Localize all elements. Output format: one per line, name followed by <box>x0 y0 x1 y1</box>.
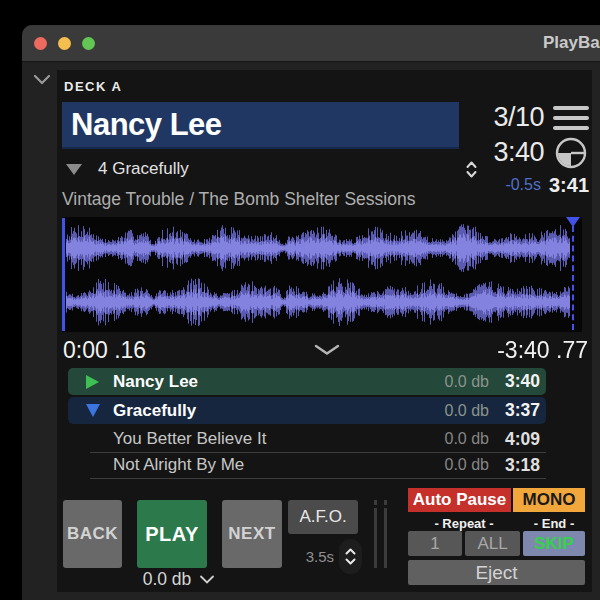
current-track-display: Nancy Lee <box>62 102 459 149</box>
row-title: You Better Believe It <box>113 429 266 449</box>
waveform-display[interactable] <box>62 217 582 332</box>
title-bar[interactable]: PlayBa <box>22 25 600 62</box>
time-row: 0:00 .16 -3:40 .77 <box>62 337 588 365</box>
end-skip-button[interactable]: SKIP <box>523 531 585 556</box>
traffic-lights <box>22 37 95 50</box>
level-meter-right <box>384 500 387 568</box>
deck-gain-value: 0.0 db <box>143 569 192 590</box>
track-position: 3/10 <box>493 102 544 133</box>
deck-label: DECK A <box>64 79 122 94</box>
level-meters <box>374 500 388 568</box>
playlist-row[interactable]: Gracefully 0.0 db 3:37 <box>68 397 546 424</box>
row-separator <box>90 478 546 479</box>
deck-collapse-chevron-icon[interactable] <box>32 72 52 86</box>
fade-time-stepper[interactable] <box>339 539 362 574</box>
row-gain: 0.0 db <box>445 430 489 448</box>
level-meter-left <box>374 500 377 568</box>
time-elapsed: 0:00 .16 <box>63 337 146 364</box>
playing-icon <box>85 374 101 390</box>
cued-icon <box>85 403 101 419</box>
repeat-one-button[interactable]: 1 <box>408 531 462 556</box>
end-marker-line <box>572 226 574 330</box>
track-duration: 3:40 <box>493 137 544 168</box>
row-gain: 0.0 db <box>445 402 489 420</box>
playlist-row[interactable]: You Better Believe It 0.0 db 4:09 <box>68 426 546 452</box>
window-title: PlayBa <box>543 33 600 53</box>
next-button[interactable]: NEXT <box>222 500 282 568</box>
mono-button[interactable]: MONO <box>513 488 585 512</box>
next-track-selector[interactable]: 4 Gracefully <box>62 158 472 180</box>
playlist: Nancy Lee 0.0 db 3:40 Gracefully 0.0 db … <box>68 368 546 478</box>
row-time: 3:40 <box>505 371 540 392</box>
repeat-label: - Repeat - <box>408 516 520 531</box>
repeat-all-button[interactable]: ALL <box>465 531 520 556</box>
back-button[interactable]: BACK <box>63 500 122 568</box>
row-gain: 0.0 db <box>445 373 489 391</box>
track-info-column: 3/10 3:40 <box>493 100 589 198</box>
end-label: - End - <box>523 516 585 531</box>
select-arrows-icon[interactable] <box>465 160 478 183</box>
afo-button[interactable]: A.F.O. <box>288 500 358 534</box>
minimize-button[interactable] <box>58 37 71 50</box>
menu-icon[interactable] <box>553 105 589 131</box>
waveform-options-chevron-icon[interactable] <box>314 342 340 360</box>
row-title: Gracefully <box>113 401 196 421</box>
current-track-title: Nancy Lee <box>62 102 459 147</box>
waveform-canvas <box>62 217 582 332</box>
deck-panel: DECK A Nancy Lee 3/10 3:40 <box>57 70 592 592</box>
gain-dropdown-chevron-icon <box>199 575 215 584</box>
time-remaining: -3:40 .77 <box>497 337 588 364</box>
deck-gain-control[interactable]: 0.0 db <box>129 568 229 590</box>
dropdown-triangle-icon <box>66 164 82 175</box>
auto-pause-button[interactable]: Auto Pause <box>408 488 511 512</box>
row-time: 3:18 <box>505 455 540 476</box>
playlist-row[interactable]: Not Alright By Me 0.0 db 3:18 <box>68 452 546 478</box>
row-title: Nancy Lee <box>113 372 198 392</box>
eject-button[interactable]: Eject <box>408 560 585 585</box>
stepper-down-icon[interactable] <box>345 558 356 565</box>
row-time: 4:09 <box>505 429 540 450</box>
stepper-up-icon[interactable] <box>345 548 356 555</box>
duration-clock-icon[interactable] <box>553 136 589 170</box>
end-clock: 3:41 <box>549 174 589 197</box>
app-window: PlayBa DECK A Nancy Lee 3/10 3:40 <box>22 25 600 600</box>
playhead-marker[interactable] <box>62 218 65 331</box>
row-gain: 0.0 db <box>445 456 489 474</box>
close-button[interactable] <box>34 37 47 50</box>
playlist-row[interactable]: Nancy Lee 0.0 db 3:40 <box>68 368 546 395</box>
artist-album-label: Vintage Trouble / The Bomb Shelter Sessi… <box>62 189 415 210</box>
zoom-button[interactable] <box>82 37 95 50</box>
next-track-label: 4 Gracefully <box>98 159 189 179</box>
row-time: 3:37 <box>505 400 540 421</box>
play-button[interactable]: PLAY <box>137 500 207 568</box>
pause-offset: -0.5s <box>505 176 541 194</box>
row-title: Not Alright By Me <box>113 455 244 475</box>
fade-time-value: 3.5s <box>288 548 334 565</box>
